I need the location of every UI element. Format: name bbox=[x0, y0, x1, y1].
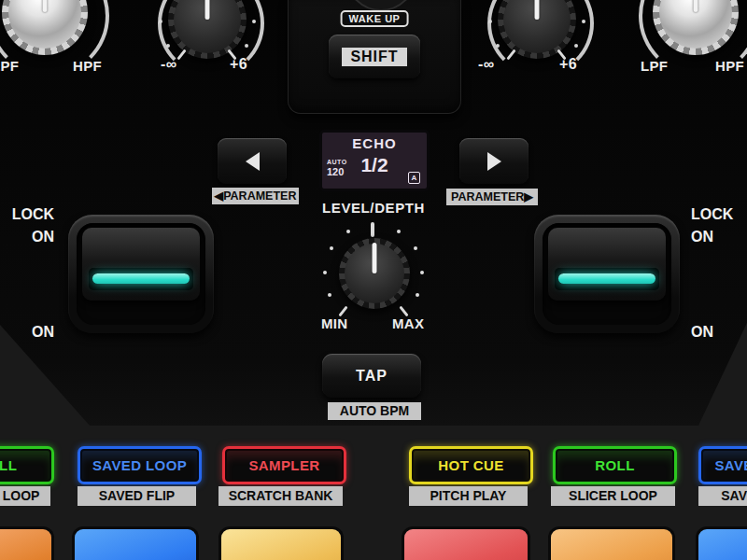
performance-pad-blue-right[interactable] bbox=[698, 529, 747, 560]
scale-dot bbox=[166, 44, 170, 48]
mode-button-roll[interactable]: ROLL bbox=[553, 446, 677, 484]
scale-dot bbox=[245, 44, 248, 48]
paddle-right-lock-labels: LOCK ON bbox=[691, 203, 745, 248]
shift-label-pitch-play: PITCH PLAY bbox=[409, 486, 528, 506]
scale-dot bbox=[582, 20, 585, 23]
mode-button-saved-loop[interactable]: SAVED LOOP bbox=[78, 446, 202, 484]
knob-pointer bbox=[205, 0, 210, 20]
lock-on-label: ON bbox=[691, 226, 745, 248]
scale-dot bbox=[414, 246, 417, 250]
fx-display: ECHO AUTO 120 1/2 A bbox=[322, 133, 427, 189]
mode-button-hot-cue[interactable]: HOT CUE bbox=[409, 446, 533, 484]
performance-pad-blue[interactable] bbox=[75, 529, 196, 560]
lock-label: LOCK bbox=[0, 203, 54, 226]
filter-right-max-label: HPF bbox=[715, 58, 744, 74]
mode-button-roll-left[interactable]: ROLL bbox=[0, 446, 54, 484]
gain-right-max-label: +6 bbox=[559, 56, 577, 73]
scale-dot bbox=[159, 20, 162, 23]
fx-display-effect-name: ECHO bbox=[322, 135, 427, 151]
shift-label-saved-flip-right: SAVED FLIP bbox=[698, 486, 747, 506]
fx-display-assign-badge: A bbox=[408, 172, 420, 184]
level-depth-title: LEVEL/DEPTH bbox=[322, 200, 425, 216]
shift-button[interactable]: SHIFT bbox=[329, 35, 420, 78]
wake-up-label: WAKE UP bbox=[341, 10, 409, 27]
paddle-cyan-stripe bbox=[558, 273, 655, 284]
dj-controller-fx-section: LPF HPF -∞ +6 -∞ +6 LPF HPF WAKE UP SHI bbox=[0, 0, 747, 560]
tap-button-label: TAP bbox=[356, 368, 388, 385]
knob-pointer bbox=[43, 0, 48, 12]
parameter-left-label: ◀PARAMETER bbox=[212, 188, 299, 204]
scale-dot bbox=[574, 44, 578, 48]
performance-pad-gold[interactable] bbox=[221, 529, 341, 560]
paddle-left-on-label: ON bbox=[0, 321, 54, 343]
scale-dot bbox=[397, 230, 401, 233]
knob-pointer bbox=[535, 0, 540, 20]
gain-right-min-label: -∞ bbox=[478, 56, 494, 73]
lock-on-label: ON bbox=[0, 226, 54, 248]
scale-dot bbox=[323, 271, 327, 274]
paddle-lever[interactable] bbox=[82, 228, 200, 301]
center-raised-panel: WAKE UP SHIFT bbox=[288, 0, 461, 114]
shift-label-scratch-bank: SCRATCH BANK bbox=[218, 486, 343, 506]
performance-pad-orange[interactable] bbox=[551, 529, 672, 560]
level-depth-max-label: MAX bbox=[392, 315, 424, 331]
scale-dot bbox=[330, 246, 333, 250]
arrow-left-icon bbox=[246, 152, 260, 171]
paddle-slot bbox=[555, 268, 659, 290]
level-depth-knob[interactable] bbox=[339, 238, 410, 309]
gain-left-max-label: +6 bbox=[230, 56, 247, 73]
scale-dot bbox=[496, 44, 500, 48]
filter-left-max-label: HPF bbox=[73, 58, 102, 74]
fx-paddle-right[interactable] bbox=[534, 215, 680, 333]
knob-pointer bbox=[694, 0, 698, 12]
shift-button-label: SHIFT bbox=[342, 48, 406, 66]
shift-label-slicer-loop: SLICER LOOP bbox=[551, 486, 675, 506]
mode-button-sampler[interactable]: SAMPLER bbox=[222, 446, 346, 484]
performance-pad-orange-left[interactable] bbox=[0, 529, 51, 560]
level-depth-min-label: MIN bbox=[321, 315, 347, 331]
arrow-right-icon bbox=[487, 152, 501, 171]
scale-dot bbox=[488, 20, 492, 23]
paddle-lever[interactable] bbox=[548, 228, 666, 301]
knob-pointer bbox=[373, 243, 377, 273]
parameter-right-label: PARAMETER▶ bbox=[446, 189, 538, 205]
parameter-left-button[interactable] bbox=[218, 138, 287, 184]
shift-label-saved-flip: SAVED FLIP bbox=[78, 486, 196, 506]
twelve-oclock-tick bbox=[371, 222, 374, 237]
auto-bpm-label: AUTO BPM bbox=[328, 402, 421, 420]
tap-button[interactable]: TAP bbox=[322, 354, 421, 398]
filter-left-min-label: LPF bbox=[0, 58, 19, 74]
mode-button-saved-loop-right[interactable]: SAVED LOOP bbox=[698, 446, 747, 484]
paddle-cyan-stripe bbox=[92, 273, 190, 284]
scale-dot bbox=[346, 230, 350, 233]
scale-dot bbox=[252, 20, 256, 23]
gain-left-min-label: -∞ bbox=[161, 56, 176, 73]
filter-right-min-label: LPF bbox=[641, 58, 668, 74]
paddle-left-lock-labels: LOCK ON bbox=[0, 203, 54, 248]
parameter-right-button[interactable] bbox=[459, 138, 529, 184]
scale-dot bbox=[328, 293, 331, 297]
paddle-slot bbox=[89, 268, 193, 290]
paddle-right-on-label: ON bbox=[691, 321, 745, 343]
fx-paddle-left[interactable] bbox=[68, 215, 214, 333]
lock-label: LOCK bbox=[691, 203, 745, 226]
shift-label-slicer-loop-left: SLICER LOOP bbox=[0, 486, 50, 506]
scale-dot bbox=[416, 293, 419, 297]
performance-pad-red[interactable] bbox=[404, 529, 528, 560]
scale-dot bbox=[420, 271, 424, 274]
